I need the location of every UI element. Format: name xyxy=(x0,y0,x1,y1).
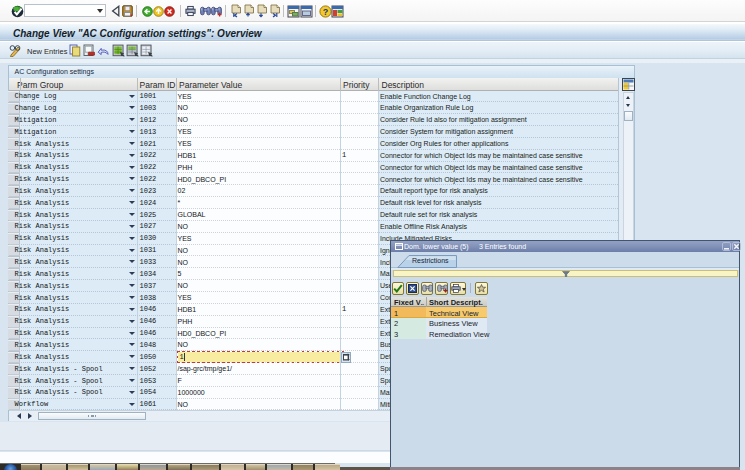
svg-text:?: ? xyxy=(323,7,329,17)
